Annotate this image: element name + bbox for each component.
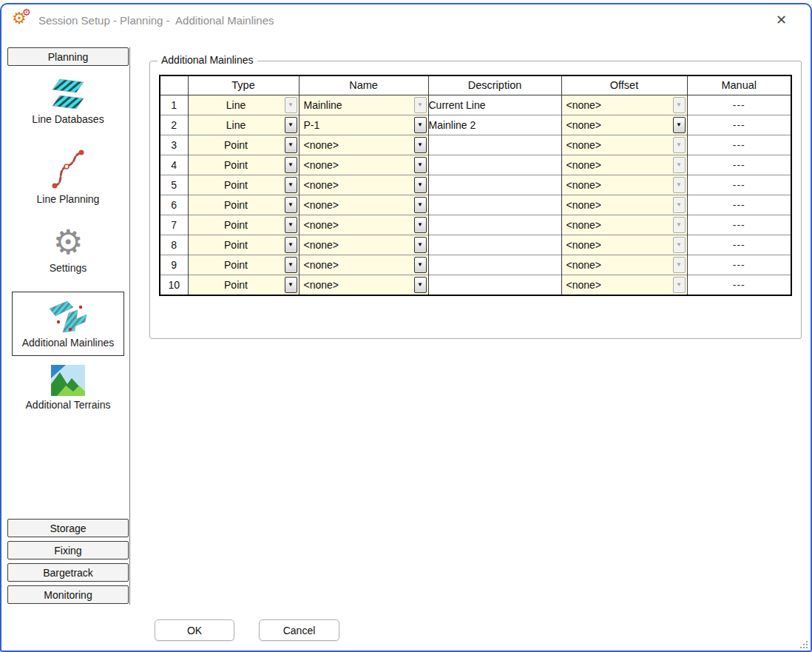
offset-cell[interactable]: <none> ▼ [561,215,687,235]
description-cell[interactable] [428,135,561,155]
offset-cell[interactable]: <none> ▼ [561,275,687,295]
dropdown-arrow-icon[interactable]: ▼ [285,217,297,233]
ok-button[interactable]: OK [155,619,234,641]
description-cell[interactable] [428,155,561,175]
sidebar-item-settings[interactable]: ⚙ Settings [12,225,124,275]
offset-cell[interactable]: <none> ▼ [561,155,687,175]
name-cell[interactable]: <none> ▼ [299,195,428,215]
description-cell[interactable]: Current Line [428,95,561,115]
description-cell[interactable]: Mainline 2 [428,115,561,135]
name-cell[interactable]: <none> ▼ [299,235,428,255]
offset-cell[interactable]: <none> ▼ [561,95,687,115]
dropdown-arrow-icon[interactable]: ▼ [285,197,297,213]
type-cell[interactable]: Point ▼ [188,175,299,195]
row-number: 6 [160,195,188,215]
sidebar-item-additional-mainlines[interactable]: Additional Mainlines [12,292,124,357]
dropdown-arrow-icon[interactable]: ▼ [414,277,427,293]
description-cell[interactable] [428,255,561,275]
sidebar-item-line-databases[interactable]: Line Databases [12,78,124,127]
type-cell[interactable]: Line ▼ [188,95,299,115]
close-icon[interactable]: ✕ [770,10,793,30]
description-cell[interactable] [428,235,561,255]
type-cell[interactable]: Point ▼ [188,215,299,235]
mainlines-table: Type Name Description Offset Manual 1 Li… [159,75,792,296]
name-cell[interactable]: Mainline ▼ [299,95,428,115]
sidebar-item-line-planning[interactable]: Line Planning [12,149,124,206]
manual-cell: --- [687,95,791,115]
dropdown-arrow-icon[interactable]: ▼ [673,137,686,153]
name-cell[interactable]: P-1 ▼ [299,115,428,135]
app-gears-icon: ⚙ ⚙ [12,10,33,30]
offset-cell[interactable]: <none> ▼ [561,175,687,195]
offset-cell[interactable]: <none> ▼ [561,115,687,135]
dropdown-arrow-icon[interactable]: ▼ [285,237,297,253]
dropdown-arrow-icon[interactable]: ▼ [285,157,297,173]
dropdown-arrow-icon[interactable]: ▼ [414,157,427,173]
dropdown-arrow-icon[interactable]: ▼ [414,97,427,113]
description-cell[interactable] [428,195,561,215]
name-value: <none> [300,215,428,235]
name-cell[interactable]: <none> ▼ [299,135,428,155]
sidebar-item-label: Additional Terrains [26,399,111,412]
dropdown-arrow-icon[interactable]: ▼ [673,177,686,193]
type-cell[interactable]: Point ▼ [188,255,299,275]
type-cell[interactable]: Point ▼ [188,275,299,295]
resize-grip[interactable] [799,639,808,649]
window-title: Session Setup - Planning - Additional Ma… [38,14,274,27]
type-cell[interactable]: Point ▼ [188,135,299,155]
manual-cell: --- [687,115,791,135]
offset-cell[interactable]: <none> ▼ [561,255,687,275]
dropdown-arrow-icon[interactable]: ▼ [285,137,297,153]
name-cell[interactable]: <none> ▼ [299,175,428,195]
sidebar-item-label: Line Planning [37,193,100,206]
dropdown-arrow-icon[interactable]: ▼ [673,157,686,173]
dropdown-arrow-icon[interactable]: ▼ [285,277,297,293]
type-cell[interactable]: Line ▼ [188,115,299,135]
dropdown-arrow-icon[interactable]: ▼ [414,257,427,273]
sidebar-section-fixing[interactable]: Fixing [7,541,129,559]
type-cell[interactable]: Point ▼ [188,155,299,175]
dropdown-arrow-icon[interactable]: ▼ [414,197,427,213]
cancel-button[interactable]: Cancel [259,619,339,641]
dropdown-arrow-icon[interactable]: ▼ [414,217,427,233]
dropdown-arrow-icon[interactable]: ▼ [285,257,297,273]
dropdown-arrow-icon[interactable]: ▼ [414,117,427,133]
dropdown-arrow-icon[interactable]: ▼ [673,197,686,213]
dropdown-arrow-icon[interactable]: ▼ [673,217,686,233]
offset-cell[interactable]: <none> ▼ [561,195,687,215]
offset-cell[interactable]: <none> ▼ [561,235,687,255]
description-cell[interactable] [428,175,561,195]
sidebar-item-additional-terrains[interactable]: Additional Terrains [12,365,124,412]
sidebar-section-planning[interactable]: Planning [7,47,129,66]
sidebar-section-monitoring[interactable]: Monitoring [7,585,129,604]
dropdown-arrow-icon[interactable]: ▼ [285,97,297,113]
offset-cell[interactable]: <none> ▼ [561,135,687,155]
sidebar-item-label: Settings [50,262,87,275]
type-value: Point [189,235,299,255]
description-cell[interactable] [428,215,561,235]
name-cell[interactable]: <none> ▼ [299,275,428,295]
sidebar-items: Line Databases Line Planning ⚙ [7,66,129,605]
dropdown-arrow-icon[interactable]: ▼ [673,97,686,113]
dropdown-arrow-icon[interactable]: ▼ [673,277,686,293]
offset-value: <none> [562,135,687,155]
name-cell[interactable]: <none> ▼ [299,255,428,275]
name-cell[interactable]: <none> ▼ [299,215,428,235]
type-cell[interactable]: Point ▼ [188,235,299,255]
dropdown-arrow-icon[interactable]: ▼ [414,237,427,253]
row-number: 7 [160,215,188,235]
dropdown-arrow-icon[interactable]: ▼ [414,177,427,193]
dropdown-arrow-icon[interactable]: ▼ [673,237,686,253]
sidebar-section-bargetrack[interactable]: Bargetrack [7,563,129,582]
dropdown-arrow-icon[interactable]: ▼ [285,177,297,193]
name-cell[interactable]: <none> ▼ [299,155,428,175]
row-number: 4 [160,155,188,175]
dropdown-arrow-icon[interactable]: ▼ [285,117,297,133]
dropdown-arrow-icon[interactable]: ▼ [673,257,686,273]
type-cell[interactable]: Point ▼ [188,195,299,215]
description-cell[interactable] [428,275,561,295]
sidebar-section-storage[interactable]: Storage [7,519,129,537]
dropdown-arrow-icon[interactable]: ▼ [414,137,427,153]
dropdown-arrow-icon[interactable]: ▼ [673,117,686,133]
name-value: Mainline [300,95,428,115]
